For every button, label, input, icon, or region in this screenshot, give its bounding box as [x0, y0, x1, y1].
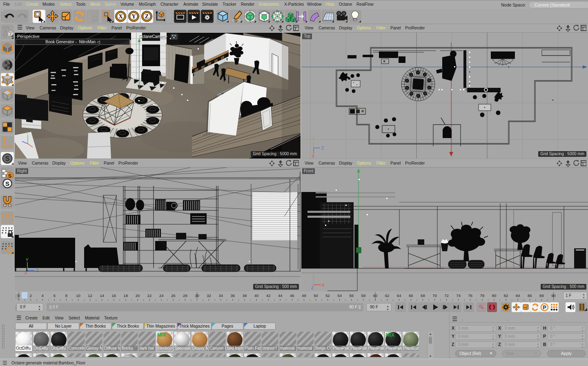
svg-text:78: 78	[480, 293, 485, 298]
svg-text:22: 22	[147, 293, 152, 298]
svg-text:X: X	[118, 13, 122, 20]
svg-text:30: 30	[195, 293, 199, 298]
svg-text:66: 66	[409, 293, 413, 298]
svg-text:80: 80	[492, 293, 497, 298]
svg-text:28: 28	[183, 293, 187, 298]
svg-text:68: 68	[421, 293, 425, 298]
svg-text:46: 46	[290, 293, 294, 298]
svg-text:Z: Z	[321, 146, 324, 150]
svg-text:36: 36	[231, 293, 235, 298]
svg-text:88: 88	[539, 293, 544, 298]
svg-text:64: 64	[397, 293, 401, 298]
svg-text:12: 12	[88, 293, 92, 298]
svg-text:56: 56	[350, 293, 354, 298]
svg-text:14: 14	[100, 293, 104, 298]
svg-text:16: 16	[112, 293, 116, 298]
svg-text:Z: Z	[311, 286, 314, 290]
svg-text:40: 40	[254, 293, 259, 298]
svg-text:8: 8	[65, 293, 67, 298]
svg-text:24: 24	[159, 293, 164, 298]
svg-text:38: 38	[243, 293, 247, 298]
svg-text:86: 86	[528, 293, 532, 298]
svg-text:74: 74	[456, 293, 461, 298]
svg-text:Z: Z	[37, 141, 39, 145]
svg-text:76: 76	[468, 293, 473, 298]
svg-text:32: 32	[207, 293, 211, 298]
svg-text:Y: Y	[26, 258, 29, 262]
svg-text:62: 62	[385, 293, 390, 298]
svg-text:S: S	[5, 180, 9, 187]
svg-text:Z: Z	[36, 268, 38, 273]
svg-text:72: 72	[444, 293, 449, 298]
svg-text:Y: Y	[26, 131, 28, 135]
svg-text:50: 50	[314, 293, 318, 298]
svg-text:Z: Z	[145, 13, 149, 20]
svg-text:84: 84	[516, 293, 520, 298]
svg-text:X: X	[322, 283, 325, 288]
svg-text:54: 54	[337, 293, 342, 298]
svg-text:0: 0	[18, 293, 20, 298]
svg-text:R: R	[88, 18, 91, 22]
svg-text:48: 48	[302, 293, 306, 298]
svg-text:6: 6	[53, 293, 56, 298]
svg-text:20: 20	[136, 293, 140, 298]
svg-text:P: P	[543, 305, 546, 310]
svg-text:44: 44	[278, 293, 283, 298]
svg-text:2: 2	[29, 293, 31, 298]
svg-text:42: 42	[266, 293, 271, 298]
svg-text:58: 58	[361, 293, 366, 298]
svg-text:60: 60	[373, 293, 378, 298]
svg-text:90: 90	[551, 293, 556, 298]
svg-text:X: X	[24, 271, 27, 275]
svg-text:X: X	[312, 154, 315, 158]
svg-text:26: 26	[171, 293, 176, 298]
svg-text:70: 70	[432, 293, 437, 298]
svg-text:S: S	[5, 155, 10, 162]
svg-text:Y: Y	[131, 13, 136, 20]
svg-text:X: X	[38, 147, 41, 151]
svg-text:18: 18	[124, 293, 128, 298]
svg-text:82: 82	[504, 293, 508, 298]
svg-text:52: 52	[325, 293, 330, 298]
svg-text:10: 10	[76, 293, 80, 298]
svg-text:Y: Y	[312, 137, 315, 141]
svg-text:4: 4	[42, 293, 44, 298]
svg-text:34: 34	[218, 293, 223, 298]
